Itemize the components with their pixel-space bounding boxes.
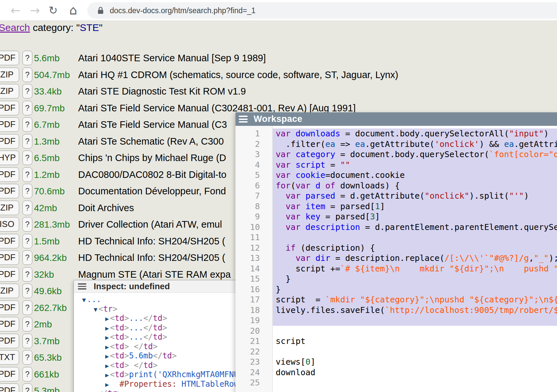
inspect-title: Inspect: undefined xyxy=(94,281,170,292)
code-line[interactable]: var key = parsed[3] xyxy=(273,211,557,222)
file-title: Doit Archives xyxy=(78,200,134,216)
filetype-button[interactable]: PDF xyxy=(0,101,19,115)
back-button[interactable]: ← xyxy=(8,0,23,21)
info-button[interactable]: ? xyxy=(22,284,32,298)
filetype-button[interactable]: PDF xyxy=(0,317,19,331)
filetype-button[interactable]: HYP xyxy=(0,151,19,165)
filetype-button[interactable]: ISO xyxy=(0,217,19,232)
filetype-button[interactable]: PDF xyxy=(0,334,19,348)
filetype-button[interactable]: PDF xyxy=(0,367,19,381)
info-button[interactable]: ? xyxy=(22,334,32,348)
code-editor[interactable]: 1234567891011121314151617181920212223242… xyxy=(235,126,557,392)
reload-button[interactable]: ↻ xyxy=(46,0,60,21)
filetype-button[interactable]: ZIP xyxy=(0,68,19,82)
file-title: Chips 'n Chips by Michael Ruge (D xyxy=(78,150,226,166)
info-button[interactable]: ? xyxy=(22,250,32,265)
line-number: 21 xyxy=(235,336,272,347)
info-button[interactable]: ? xyxy=(22,367,32,381)
filetype-button[interactable]: PDF xyxy=(0,234,19,248)
code-line[interactable]: lively.files.saveFile(`http://localhost:… xyxy=(273,305,557,316)
filetype-button[interactable]: PDF xyxy=(0,383,19,392)
lock-icon[interactable] xyxy=(97,7,104,14)
code-line[interactable]: views[0] xyxy=(273,357,557,367)
code-line[interactable]: .filter(ea => ea.getAttribute('onclick')… xyxy=(273,139,557,150)
code-line[interactable]: var item = parsed[1] xyxy=(273,201,557,212)
code-line[interactable]: script +=`# ${item}\n mkdir "${dir}";\n … xyxy=(273,264,557,274)
code-lines[interactable]: var downloads = document.body.querySelec… xyxy=(273,126,557,392)
code-line[interactable] xyxy=(273,347,557,357)
code-line[interactable]: var parsed = d.getAttribute("onclick").s… xyxy=(273,191,557,201)
info-button[interactable]: ? xyxy=(22,201,32,215)
code-line[interactable]: if (description) { xyxy=(273,243,557,253)
file-title: Driver Collection (Atari ATW, emul xyxy=(78,216,222,233)
line-number: 10 xyxy=(235,222,272,233)
info-button[interactable]: ? xyxy=(22,267,32,282)
code-line[interactable]: script xyxy=(273,336,557,347)
file-size: 661kb xyxy=(34,366,59,382)
url-text[interactable]: docs.dev-docs.org/htm/search.php?find=_1 xyxy=(110,2,256,19)
address-bar[interactable]: docs.dev-docs.org/htm/search.php?find=_1 xyxy=(87,2,557,19)
info-button[interactable]: ? xyxy=(22,117,32,132)
filetype-button[interactable]: ZIP xyxy=(0,201,19,215)
line-number: 12 xyxy=(235,243,272,253)
expand-triangle-icon: ▶ xyxy=(105,334,109,341)
code-line[interactable]: var cookie=document.cookie xyxy=(273,170,557,181)
info-button[interactable]: ? xyxy=(22,300,32,315)
file-title: Documentation Développeur, Fond xyxy=(78,183,226,199)
line-number: 5 xyxy=(235,170,272,181)
code-line[interactable]: var category = document.body.querySelect… xyxy=(273,149,557,160)
menu-icon[interactable] xyxy=(239,114,248,124)
info-button[interactable]: ? xyxy=(22,350,32,365)
expand-triangle-icon: ▶ xyxy=(105,315,109,322)
file-title: Atari 1040STE Service Manual [Sep 9 1989… xyxy=(78,50,266,66)
workspace-titlebar[interactable]: Workspace xyxy=(235,112,557,126)
code-line[interactable]: var dir = description.replace(/[:\/\\'`"… xyxy=(273,253,557,264)
info-button[interactable]: ? xyxy=(22,151,32,165)
file-size: 32kb xyxy=(34,266,54,283)
code-line[interactable]: for(var d of downloads) { xyxy=(273,181,557,191)
filetype-button[interactable]: PDF xyxy=(0,117,19,132)
code-line[interactable] xyxy=(273,378,557,388)
filetype-button[interactable]: TXT xyxy=(0,350,19,365)
info-button[interactable]: ? xyxy=(22,234,32,248)
filetype-button[interactable]: PDF xyxy=(0,167,19,182)
filetype-button[interactable]: PDF xyxy=(0,134,19,149)
info-button[interactable]: ? xyxy=(22,101,32,115)
info-button[interactable]: ? xyxy=(22,134,32,149)
file-size: 69.7mb xyxy=(34,100,65,116)
code-line[interactable] xyxy=(273,232,557,243)
info-button[interactable]: ? xyxy=(22,51,32,65)
menu-icon[interactable] xyxy=(78,282,86,291)
code-line[interactable]: var description = d.parentElement.parent… xyxy=(273,222,557,233)
info-button[interactable]: ? xyxy=(22,317,32,331)
filetype-button[interactable]: PDF xyxy=(0,300,19,315)
expand-triangle-icon: ▶ xyxy=(105,362,109,369)
filetype-button[interactable]: PDF xyxy=(0,267,19,282)
code-line[interactable]: } xyxy=(273,284,557,295)
filetype-button[interactable]: PDF xyxy=(0,250,19,265)
file-size: 262.7kb xyxy=(34,300,67,316)
info-button[interactable]: ? xyxy=(22,84,32,98)
code-line[interactable]: script = `mkdir "${category}";\npushd "$… xyxy=(273,294,557,305)
info-button[interactable]: ? xyxy=(22,167,32,182)
info-button[interactable]: ? xyxy=(22,184,32,198)
info-button[interactable]: ? xyxy=(22,383,32,392)
file-size: 33.4kb xyxy=(34,83,62,99)
forward-button[interactable]: → xyxy=(28,0,42,21)
code-line[interactable]: download xyxy=(273,367,557,378)
filetype-button[interactable]: PDF xyxy=(0,184,19,198)
line-number: 6 xyxy=(235,181,272,191)
code-line[interactable]: var script = "" xyxy=(273,160,557,170)
code-line[interactable]: var downloads = document.body.querySelec… xyxy=(273,128,557,139)
info-button[interactable]: ? xyxy=(22,217,32,232)
code-line[interactable] xyxy=(273,315,557,326)
filetype-button[interactable]: ZIP xyxy=(0,284,19,298)
code-line[interactable]: } xyxy=(273,274,557,284)
home-button[interactable]: ⌂ xyxy=(66,0,80,21)
code-line[interactable] xyxy=(273,326,557,336)
expand-triangle-icon: ▼ xyxy=(82,296,86,303)
filetype-button[interactable]: PDF xyxy=(0,51,19,65)
filetype-button[interactable]: ZIP xyxy=(0,84,19,98)
info-button[interactable]: ? xyxy=(22,68,32,82)
file-size: 1.2mb xyxy=(34,167,60,183)
